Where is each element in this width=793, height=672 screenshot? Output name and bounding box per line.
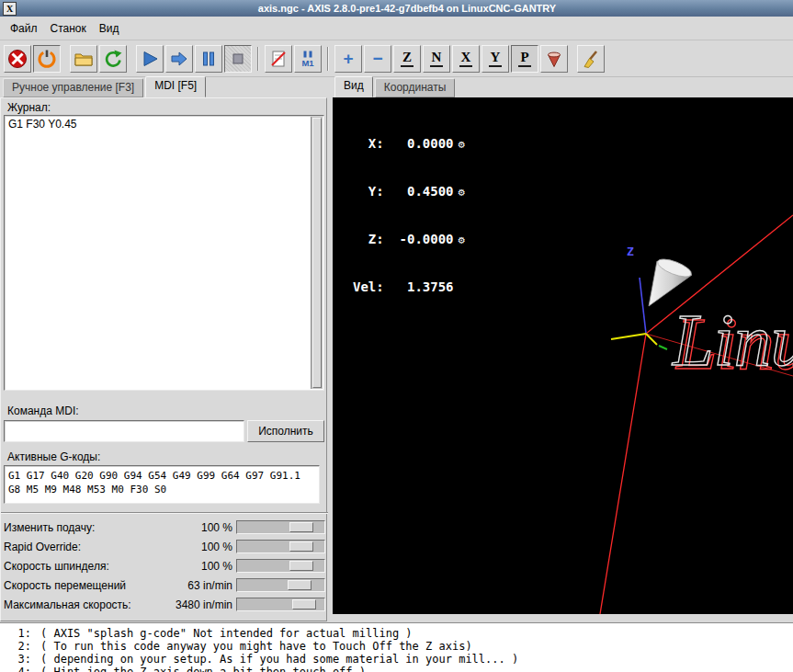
clear-plot-button[interactable] [577,45,605,73]
dro-x-value: 0.0000 [384,136,454,152]
feed-override-label: Изменить подачу: [4,521,95,534]
estop-button[interactable] [4,45,31,73]
reload-button[interactable] [99,45,127,73]
skip-lines-button[interactable] [265,45,292,73]
homed-icon: ⚙ [459,186,465,199]
history-line[interactable]: G1 F30 Y0.45 [8,118,309,131]
jog-speed-slider[interactable] [236,578,325,592]
stop-button[interactable] [224,45,252,73]
view-z-button[interactable]: Z [393,45,421,73]
folder-icon [74,49,94,69]
mdi-history[interactable]: G1 F30 Y0.45 [4,115,324,391]
jog-speed-row: Скорость перемещений 63 in/min [1,575,328,595]
tab-manual-control[interactable]: Ручное управление [F3] [3,78,143,97]
toolpath-text: Linu [672,300,793,381]
view-x-button[interactable]: X [452,45,480,73]
rapid-override-slider[interactable] [236,540,325,553]
skip-lines-icon [268,49,289,69]
max-velocity-label: Максимальная скорость: [4,598,131,611]
menu-machine[interactable]: Станок [44,19,93,38]
view-y-button[interactable]: Y [481,45,509,73]
slider-thumb[interactable] [292,599,316,609]
max-velocity-row: Максимальная скорость: 3480 in/min [1,595,328,614]
slider-thumb[interactable] [289,541,313,552]
view-z-rotated-icon: N [430,51,444,67]
stop-icon [228,49,248,69]
open-file-button[interactable] [70,45,97,73]
step-button[interactable] [165,45,193,73]
plus-icon: + [343,50,353,67]
slider-thumb[interactable] [289,561,313,571]
zoom-out-button[interactable]: − [364,45,391,73]
dro-row-y: Y:0.4500⚙ [353,184,465,200]
mdi-command-label: Команда MDI: [7,404,79,417]
rapid-override-label: Rapid Override: [4,541,81,553]
line-text: ( Hint jog the Z axis down a bit then to… [40,666,366,672]
line-text: ( To run this code anyway you might have… [40,640,472,653]
active-gcodes-line: G8 M5 M9 M48 M53 M0 F30 S0 [8,483,315,496]
reload-icon [103,49,123,69]
window-titlebar[interactable]: X axis.ngc - AXIS 2.8.0-pre1-42-g7dbefb4… [0,0,793,17]
listing-line[interactable]: 2: ( To run this code anyway you might h… [0,640,793,653]
window-title: axis.ngc - AXIS 2.8.0-pre1-42-g7dbefb4 o… [21,3,793,14]
max-velocity-slider[interactable] [236,598,325,611]
view-z-icon: Z [401,51,413,67]
dro-vel-label: Vel: [353,279,384,295]
pause-button[interactable] [195,45,222,73]
tab-strips: Ручное управление [F3] MDI [F5] Вид Коор… [0,77,793,97]
homed-icon: ⚙ [459,233,465,246]
override-rows: Изменить подачу: 100 % Rapid Override: 1… [1,518,328,614]
preview-canvas[interactable]: Linu Linu Z X:0.0000⚙ Y:0.4500⚙ Z:-0.000… [333,97,793,614]
jog-speed-value: 63 in/min [187,579,236,592]
mdi-input[interactable] [4,420,244,442]
history-scrollbar[interactable] [311,117,323,389]
optional-stop-label: M1 [301,58,314,68]
listing-line[interactable]: 1: ( AXIS "splash g-code" Not intended f… [0,627,793,640]
line-text: ( AXIS "splash g-code" Not intended for … [40,627,413,640]
x-axis-line [611,334,646,339]
machine-power-button[interactable] [33,45,61,73]
feed-override-slider[interactable] [236,520,325,534]
toolbar-separator [257,47,259,71]
run-button[interactable] [136,45,164,73]
spindle-override-slider[interactable] [236,559,325,573]
slider-thumb[interactable] [289,522,313,532]
execute-button[interactable]: Исполнить [247,420,324,442]
minus-icon: − [372,50,382,67]
listing-line[interactable]: 3: ( depending on your setup. As if you … [0,653,793,666]
toolbar-separator [327,47,329,71]
history-label: Журнал: [7,101,51,114]
x11-logo: X [6,4,13,14]
optional-stop-button[interactable]: M1 [294,45,322,73]
view-z-rotated-button[interactable]: N [423,45,450,73]
cone-icon [544,49,564,69]
zoom-in-button[interactable]: + [334,45,362,73]
window-icon: X [3,2,17,16]
tab-mdi[interactable]: MDI [F5] [145,76,206,97]
active-gcodes-box: G1 G17 G40 G20 G90 G94 G54 G49 G99 G64 G… [4,465,320,504]
line-number: 1: [0,627,31,640]
tab-preview[interactable]: Вид [334,76,373,97]
spindle-override-label: Скорость шпинделя: [4,560,109,573]
view-perspective-button[interactable]: P [511,45,538,73]
history-scrollbar-thumb[interactable] [312,118,322,388]
homed-icon: ⚙ [459,138,465,151]
listing-line[interactable]: 4: ( Hint jog the Z axis down a bit then… [0,666,793,672]
dro-row-z: Z:-0.0000⚙ [353,232,465,248]
menu-view[interactable]: Вид [93,19,126,38]
dro-vel-value: 1.3756 [384,279,454,295]
optional-stop-icon: M1 [298,49,318,69]
view-y-icon: Y [489,51,503,67]
gcode-listing[interactable]: 1: ( AXIS "splash g-code" Not intended f… [0,622,793,672]
slider-thumb[interactable] [288,580,312,590]
tab-dro[interactable]: Координаты [375,78,456,97]
menu-bar: Файл Станок Вид [0,17,793,40]
power-icon [37,49,57,69]
z-axis-label: Z [627,245,634,258]
line-number: 2: [0,640,31,653]
estop-icon [7,49,28,69]
panel-separator [1,512,328,514]
dro-x-label: X: [353,136,384,152]
rotate-mode-button[interactable] [540,45,568,73]
menu-file[interactable]: Файл [4,19,44,38]
